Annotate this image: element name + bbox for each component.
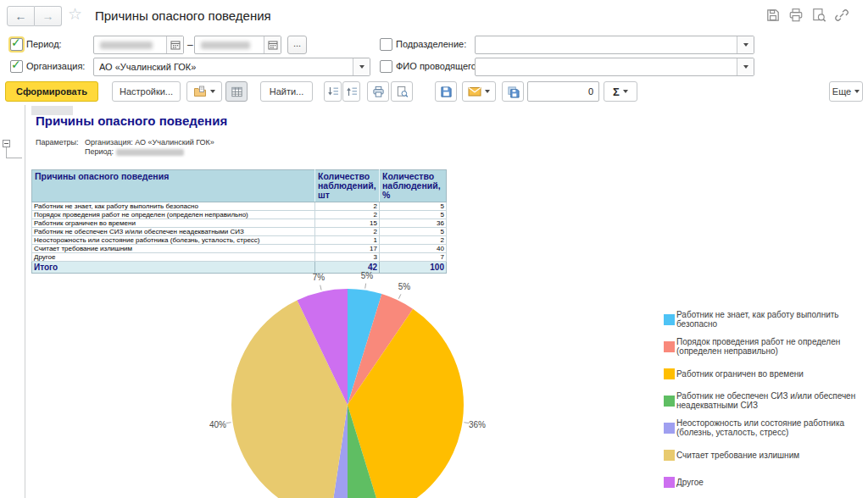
floppy-blue-icon bbox=[440, 86, 453, 98]
pie-tick bbox=[226, 423, 231, 423]
table-cell-name[interactable]: Другое bbox=[32, 253, 315, 262]
preview-icon[interactable] bbox=[811, 8, 826, 23]
print-button[interactable] bbox=[367, 81, 389, 102]
save-result-button[interactable] bbox=[435, 81, 457, 102]
sum-button[interactable]: Σ bbox=[604, 81, 637, 102]
table-cell-qty[interactable]: 1 bbox=[315, 236, 380, 245]
legend-label: Работник ограничен во времени bbox=[676, 369, 804, 379]
organization-checkbox[interactable] bbox=[10, 60, 23, 73]
save-icon[interactable] bbox=[765, 8, 781, 23]
table-cell-pct[interactable]: 5 bbox=[380, 228, 447, 236]
conductor-combo[interactable] bbox=[475, 58, 754, 76]
organization-value: АО «Учалинский ГОК» bbox=[99, 62, 196, 72]
table-cell-name[interactable]: Работник не обеспечен СИЗ и/или обеспече… bbox=[32, 228, 315, 236]
more-button[interactable]: Еще bbox=[829, 81, 863, 102]
back-arrow-icon: ← bbox=[15, 9, 27, 23]
table-cell-name[interactable]: Работник ограничен во времени bbox=[32, 219, 315, 228]
table-header-cell[interactable]: Причины опасного поведения bbox=[32, 170, 315, 202]
period-label: Период: bbox=[26, 39, 62, 49]
print-icon[interactable] bbox=[788, 8, 804, 23]
filter-row-period: Период: – ... Подразделение: bbox=[0, 36, 868, 54]
legend-label: Считает требование излишним bbox=[676, 451, 799, 460]
report-variant-icon bbox=[193, 85, 207, 98]
table-cell-name[interactable]: Работник не знает, как работу выполнить … bbox=[32, 202, 315, 211]
collapse-groups-button[interactable] bbox=[324, 81, 342, 102]
table-row[interactable]: Работник не обеспечен СИЗ и/или обеспече… bbox=[32, 228, 447, 236]
dropdown-arrow-icon[interactable] bbox=[353, 58, 370, 75]
table-cell-qty[interactable]: 2 bbox=[315, 211, 380, 219]
calendar-icon[interactable] bbox=[264, 36, 281, 53]
table-cell-pct[interactable]: 5 bbox=[380, 202, 447, 211]
division-label: Подразделение: bbox=[396, 39, 466, 49]
period-more-button[interactable]: ... bbox=[287, 36, 307, 54]
legend-item: Работник не знает, как работу выполнить … bbox=[664, 310, 860, 329]
table-cell-name[interactable]: Неосторожность или состояние работника (… bbox=[32, 236, 315, 245]
generate-button[interactable]: Сформировать bbox=[5, 81, 98, 102]
dropdown-arrow-icon[interactable] bbox=[737, 58, 754, 75]
legend-swatch-icon bbox=[664, 423, 675, 434]
period-checkbox[interactable] bbox=[10, 38, 23, 51]
floppy-copy-icon bbox=[507, 86, 520, 98]
pie-percent-label: 40% bbox=[209, 420, 226, 429]
report-variants-button[interactable] bbox=[186, 81, 222, 102]
legend-label: Неосторожность или состояние работника (… bbox=[676, 418, 860, 437]
dropdown-arrow-icon[interactable] bbox=[737, 36, 754, 53]
date-range-dash: – bbox=[187, 39, 193, 51]
table-row[interactable]: Порядок проведения работ не определен (о… bbox=[32, 211, 447, 219]
organization-combo[interactable]: АО «Учалинский ГОК» bbox=[93, 58, 370, 76]
app-window: { "ui": { "accent": "#FFD93B", "report_t… bbox=[0, 0, 868, 498]
table-cell-name[interactable]: Считает требование излишним bbox=[32, 245, 315, 253]
pie-percent-label: 7% bbox=[313, 273, 325, 282]
table-cell-pct[interactable]: 40 bbox=[380, 245, 447, 253]
param-period: Период: bbox=[85, 147, 214, 157]
table-cell-name[interactable]: Порядок проведения работ не определен (о… bbox=[32, 211, 315, 219]
legend-item: Работник ограничен во времени bbox=[664, 364, 860, 383]
table-row[interactable]: Работник ограничен во времени1536 bbox=[32, 219, 447, 228]
param-organization: Организация: АО «Учалинский ГОК» bbox=[85, 138, 214, 147]
table-row[interactable]: Работник не знает, как работу выполнить … bbox=[32, 202, 447, 211]
conductor-checkbox[interactable] bbox=[380, 60, 392, 73]
redacted-date-to bbox=[201, 42, 250, 49]
settings-button[interactable]: Настройки... bbox=[112, 81, 181, 102]
send-mail-button[interactable] bbox=[462, 81, 496, 102]
period-from-field[interactable] bbox=[93, 36, 184, 54]
table-cell-qty[interactable]: 2 bbox=[315, 202, 380, 211]
table-cell-qty[interactable]: 17 bbox=[315, 245, 380, 253]
pie-chart[interactable] bbox=[208, 265, 487, 498]
expand-groups-icon bbox=[346, 86, 358, 97]
calendar-icon[interactable] bbox=[166, 36, 183, 53]
back-button[interactable]: ← bbox=[7, 6, 35, 26]
show-table-button[interactable] bbox=[225, 81, 248, 102]
table-cell-pct[interactable]: 36 bbox=[380, 219, 447, 228]
table-header-cell[interactable]: Количество наблюдений, % bbox=[380, 170, 447, 202]
favorite-star-icon[interactable]: ☆ bbox=[68, 5, 82, 24]
forward-button[interactable]: → bbox=[35, 6, 62, 26]
division-checkbox[interactable] bbox=[380, 38, 392, 51]
legend-swatch-icon bbox=[664, 314, 675, 325]
expand-groups-button[interactable] bbox=[342, 81, 360, 102]
table-header-cell[interactable]: Количество наблюдений, шт bbox=[315, 170, 380, 202]
table-row[interactable]: Считает требование излишним1740 bbox=[32, 245, 447, 253]
organization-label: Организация: bbox=[26, 61, 85, 71]
window-titlebar: ← → ☆ Причины опасного поведения bbox=[0, 0, 868, 32]
preview-button[interactable] bbox=[391, 81, 413, 102]
table-cell-qty[interactable]: 3 bbox=[315, 253, 380, 262]
report-toolbar: Сформировать Настройки... Найти... bbox=[0, 80, 868, 106]
table-cell-qty[interactable]: 2 bbox=[315, 228, 380, 236]
division-combo[interactable] bbox=[475, 36, 754, 54]
table-row[interactable]: Другое37 bbox=[32, 253, 447, 262]
group-collapse-icon[interactable] bbox=[3, 140, 10, 147]
legend-swatch-icon bbox=[664, 477, 675, 488]
find-button[interactable]: Найти... bbox=[260, 81, 313, 102]
table-cell-pct[interactable]: 7 bbox=[380, 253, 447, 262]
sigma-icon: Σ bbox=[613, 86, 620, 98]
legend-item: Неосторожность или состояние работника (… bbox=[664, 418, 860, 437]
table-row[interactable]: Неосторожность или состояние работника (… bbox=[32, 236, 447, 245]
table-cell-qty[interactable]: 15 bbox=[315, 219, 380, 228]
counter-field[interactable] bbox=[527, 81, 599, 102]
period-to-field[interactable] bbox=[194, 36, 281, 54]
link-icon[interactable] bbox=[834, 8, 849, 23]
table-cell-pct[interactable]: 5 bbox=[380, 211, 447, 219]
table-cell-pct[interactable]: 2 bbox=[380, 236, 447, 245]
save-copy-button[interactable] bbox=[502, 81, 524, 102]
